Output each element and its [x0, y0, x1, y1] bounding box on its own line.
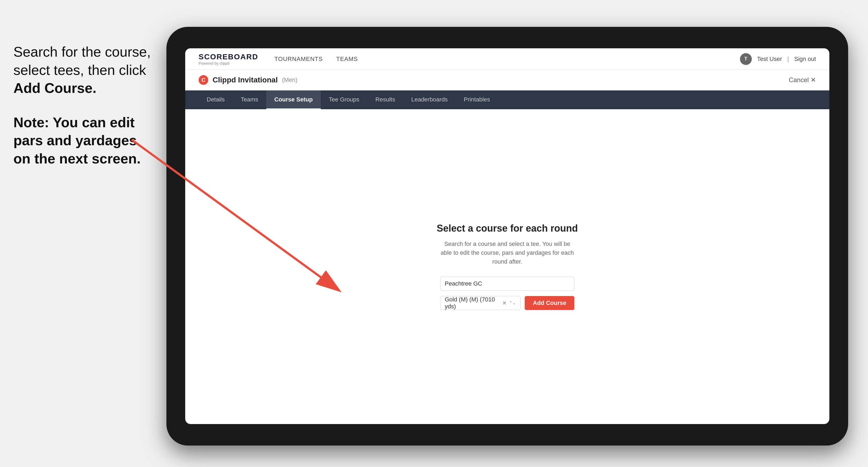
logo-area: SCOREBOARD Powered by clippd — [198, 53, 258, 65]
tab-leaderboards[interactable]: Leaderboards — [403, 90, 456, 109]
tournament-icon: C — [198, 75, 208, 85]
nav-tournaments[interactable]: TOURNAMENTS — [274, 56, 323, 63]
tab-tee-groups[interactable]: Tee Groups — [321, 90, 367, 109]
tablet-screen: SCOREBOARD Powered by clippd TOURNAMENTS… — [185, 48, 829, 424]
tab-teams[interactable]: Teams — [233, 90, 266, 109]
nav-right: T Test User | Sign out — [740, 53, 816, 65]
nav-separator: | — [787, 56, 789, 63]
tee-clear-icon[interactable]: ✕ — [502, 300, 507, 306]
tournament-name: Clippd Invitational — [213, 76, 278, 84]
tournament-title-area: C Clippd Invitational (Men) — [198, 75, 298, 85]
add-course-button[interactable]: Add Course — [525, 296, 575, 310]
nav-links: TOURNAMENTS TEAMS — [274, 56, 358, 63]
tab-results[interactable]: Results — [367, 90, 403, 109]
tee-dropdown-icon[interactable]: ⌃⌄ — [509, 300, 516, 305]
tab-details[interactable]: Details — [198, 90, 233, 109]
cancel-button[interactable]: Cancel ✕ — [789, 76, 816, 84]
course-setup-title: Select a course for each round — [437, 223, 578, 234]
course-setup-content: Select a course for each round Search fo… — [185, 109, 829, 423]
course-search-input[interactable] — [440, 277, 575, 291]
course-setup-description: Search for a course and select a tee. Yo… — [440, 240, 575, 266]
course-setup-form: Select a course for each round Search fo… — [437, 223, 578, 310]
tabs-bar: Details Teams Course Setup Tee Groups Re… — [185, 90, 829, 109]
top-nav: SCOREBOARD Powered by clippd TOURNAMENTS… — [185, 48, 829, 70]
tournament-header: C Clippd Invitational (Men) Cancel ✕ — [185, 70, 829, 90]
tab-printables[interactable]: Printables — [456, 90, 498, 109]
user-avatar: T — [740, 53, 752, 65]
nav-left: SCOREBOARD Powered by clippd TOURNAMENTS… — [198, 53, 358, 65]
sign-out-link[interactable]: Sign out — [794, 56, 816, 63]
annotation-note: Note: You can edit pars and yardages on … — [13, 114, 156, 168]
tournament-badge: (Men) — [282, 76, 298, 84]
tee-select-container[interactable]: Gold (M) (M) (7010 yds) ✕ ⌃⌄ — [440, 296, 520, 310]
tee-select-value: Gold (M) (M) (7010 yds) — [445, 296, 502, 310]
tablet-device: SCOREBOARD Powered by clippd TOURNAMENTS… — [166, 27, 848, 445]
annotation-text: Search for the course, select tees, then… — [13, 43, 156, 97]
user-info: Test User — [757, 56, 782, 63]
tab-course-setup[interactable]: Course Setup — [266, 90, 321, 109]
annotation-area: Search for the course, select tees, then… — [0, 32, 169, 195]
logo-text: SCOREBOARD — [198, 53, 258, 61]
nav-teams[interactable]: TEAMS — [336, 56, 358, 63]
tee-select-controls: ✕ ⌃⌄ — [502, 300, 516, 306]
logo-sub: Powered by clippd — [198, 61, 258, 65]
tee-select-row: Gold (M) (M) (7010 yds) ✕ ⌃⌄ Add Course — [440, 296, 575, 310]
